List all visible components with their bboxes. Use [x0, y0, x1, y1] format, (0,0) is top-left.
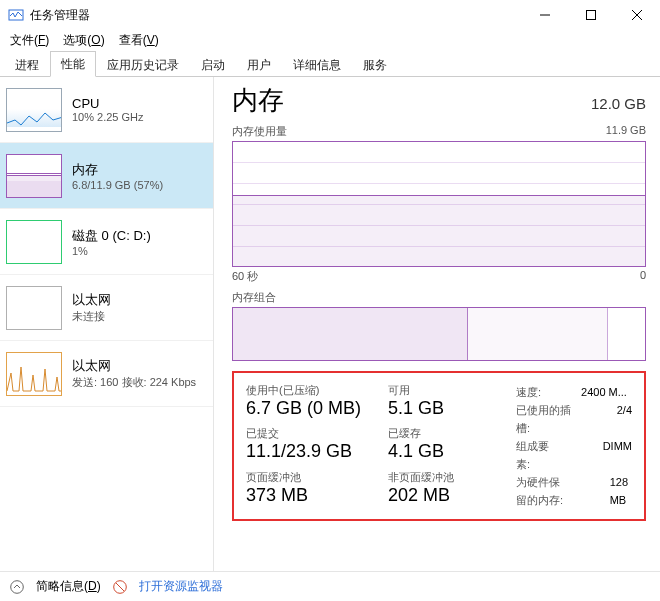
tab-performance[interactable]: 性能 — [50, 51, 96, 77]
sidebar-cpu-title: CPU — [72, 96, 144, 111]
sidebar-eth2-sub: 发送: 160 接收: 224 Kbps — [72, 375, 196, 390]
sidebar-disk-sub: 1% — [72, 245, 151, 257]
sidebar-eth2-title: 以太网 — [72, 357, 196, 375]
available-value: 5.1 GB — [388, 398, 498, 419]
chevron-up-circle-icon[interactable] — [10, 580, 24, 594]
page-title: 内存 — [232, 83, 284, 118]
sidebar-memory-sub: 6.8/11.9 GB (57%) — [72, 179, 163, 191]
slots-label: 已使用的插槽: — [516, 401, 577, 437]
available-label: 可用 — [388, 383, 498, 398]
tab-details[interactable]: 详细信息 — [282, 52, 352, 77]
committed-value: 11.1/23.9 GB — [246, 441, 376, 462]
memory-usage-chart — [232, 141, 646, 267]
sidebar-item-eth1[interactable]: 以太网 未连接 — [0, 275, 213, 341]
sidebar-item-eth2[interactable]: 以太网 发送: 160 接收: 224 Kbps — [0, 341, 213, 407]
nonpaged-label: 非页面缓冲池 — [388, 470, 498, 485]
speed-value: 2400 M... — [581, 383, 627, 401]
side-stats: 速度:2400 M... 已使用的插槽:2/4 组成要素:DIMM 为硬件保留的… — [516, 383, 632, 509]
tab-startup[interactable]: 启动 — [190, 52, 236, 77]
reserved-value: 128 MB — [610, 473, 632, 509]
footer: 简略信息(D) 打开资源监视器 — [0, 571, 660, 601]
tab-processes[interactable]: 进程 — [4, 52, 50, 77]
sidebar-eth1-sub: 未连接 — [72, 309, 111, 324]
in-use-label: 使用中(已压缩) — [246, 383, 376, 398]
form-value: DIMM — [603, 437, 632, 473]
main-panel: 内存 12.0 GB 内存使用量 11.9 GB 60 秒 0 内存组合 使用中… — [214, 77, 660, 575]
tab-bar: 进程 性能 应用历史记录 启动 用户 详细信息 服务 — [0, 53, 660, 77]
minimize-button[interactable] — [522, 0, 568, 30]
tab-users[interactable]: 用户 — [236, 52, 282, 77]
menu-view[interactable]: 查看(V) — [119, 32, 159, 49]
memory-total: 12.0 GB — [591, 95, 646, 112]
maximize-button[interactable] — [568, 0, 614, 30]
open-resmon-link[interactable]: 打开资源监视器 — [139, 578, 223, 595]
sidebar-item-memory[interactable]: 内存 6.8/11.9 GB (57%) — [0, 143, 213, 209]
sidebar-item-disk[interactable]: 磁盘 0 (C: D:) 1% — [0, 209, 213, 275]
menubar: 文件(F) 选项(O) 查看(V) — [0, 30, 660, 53]
usage-chart-label: 内存使用量 — [232, 124, 287, 139]
sidebar-item-cpu[interactable]: CPU 10% 2.25 GHz — [0, 77, 213, 143]
cpu-thumb-chart — [6, 88, 62, 132]
slots-value: 2/4 — [617, 401, 632, 437]
reserved-label: 为硬件保留的内存: — [516, 473, 570, 509]
tab-app-history[interactable]: 应用历史记录 — [96, 52, 190, 77]
in-use-value: 6.7 GB (0 MB) — [246, 398, 376, 419]
cached-label: 已缓存 — [388, 426, 498, 441]
close-button[interactable] — [614, 0, 660, 30]
chart-x-right: 0 — [640, 269, 646, 284]
committed-label: 已提交 — [246, 426, 376, 441]
svg-rect-2 — [587, 11, 596, 20]
nonpaged-value: 202 MB — [388, 485, 498, 506]
eth2-thumb-chart — [6, 352, 62, 396]
speed-label: 速度: — [516, 383, 541, 401]
brief-info-link[interactable]: 简略信息(D) — [36, 578, 101, 595]
memory-composition-chart — [232, 307, 646, 361]
performance-sidebar: CPU 10% 2.25 GHz 内存 6.8/11.9 GB (57%) 磁盘… — [0, 77, 214, 575]
menu-options[interactable]: 选项(O) — [63, 32, 104, 49]
window-title: 任务管理器 — [30, 7, 90, 24]
resmon-icon — [113, 580, 127, 594]
window-controls — [522, 0, 660, 30]
comp-chart-label: 内存组合 — [232, 290, 276, 305]
paged-value: 373 MB — [246, 485, 376, 506]
usage-chart-max: 11.9 GB — [606, 124, 646, 139]
tab-services[interactable]: 服务 — [352, 52, 398, 77]
sidebar-cpu-sub: 10% 2.25 GHz — [72, 111, 144, 123]
sidebar-disk-title: 磁盘 0 (C: D:) — [72, 227, 151, 245]
form-label: 组成要素: — [516, 437, 563, 473]
highlight-box: 使用中(已压缩) 6.7 GB (0 MB) 可用 5.1 GB 已提交 11.… — [232, 371, 646, 521]
eth1-thumb-chart — [6, 286, 62, 330]
menu-file[interactable]: 文件(F) — [10, 32, 49, 49]
svg-point-5 — [11, 580, 24, 593]
memory-thumb-chart — [6, 154, 62, 198]
sidebar-eth1-title: 以太网 — [72, 291, 111, 309]
chart-x-left: 60 秒 — [232, 269, 258, 284]
svg-line-7 — [116, 583, 124, 591]
sidebar-memory-title: 内存 — [72, 161, 163, 179]
paged-label: 页面缓冲池 — [246, 470, 376, 485]
app-icon — [8, 7, 24, 23]
disk-thumb-chart — [6, 220, 62, 264]
cached-value: 4.1 GB — [388, 441, 498, 462]
titlebar: 任务管理器 — [0, 0, 660, 30]
